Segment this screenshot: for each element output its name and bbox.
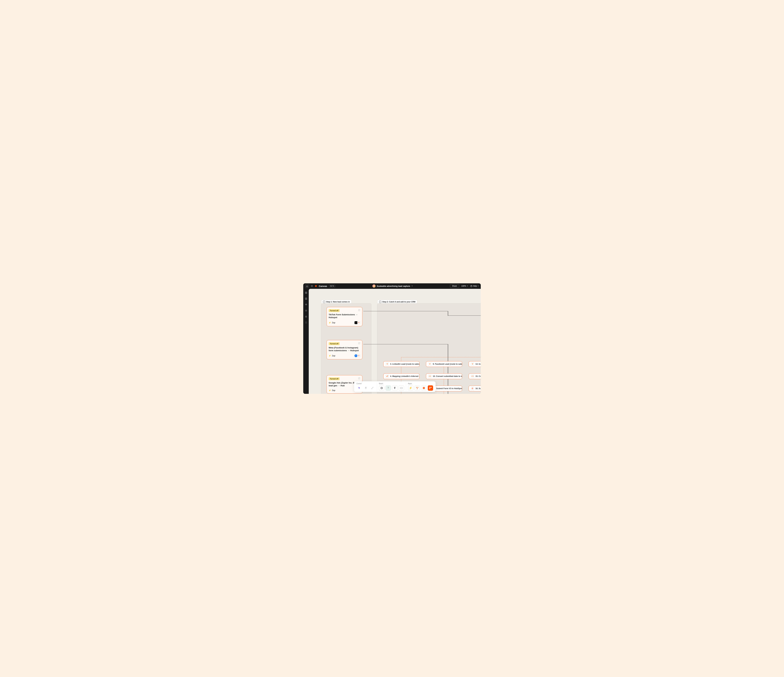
project-title: Scaleable advertising lead capture xyxy=(377,285,410,287)
share-button[interactable]: Share xyxy=(450,284,459,288)
app-icons: f ⚙ xyxy=(355,354,360,357)
status-badge: Turned off xyxy=(329,309,340,312)
canvas[interactable]: ·· Step 1: New lead comes in ·· Step 2: … xyxy=(309,289,481,394)
svg-point-2 xyxy=(312,285,313,286)
zapier-logo-icon: ✱ xyxy=(315,284,317,287)
svg-rect-11 xyxy=(305,292,307,293)
toolbar: Cursor Basic ? T xyxy=(354,381,436,392)
sparkle-icon[interactable] xyxy=(305,303,308,306)
svg-rect-12 xyxy=(306,292,306,293)
zap-app-button[interactable]: ⚡ xyxy=(408,385,413,391)
toolbar-label: Basic xyxy=(379,382,404,384)
zap-card-tiktok[interactable]: Turned off TikTok Form Submissions → Hub… xyxy=(327,307,362,326)
bolt-icon: ⚡ xyxy=(329,321,331,324)
svg-rect-30 xyxy=(423,388,424,388)
avatar xyxy=(372,284,375,287)
node-mapping-linkedin[interactable]: 4. Mapping LinkedIn's Inferred … xyxy=(383,373,420,379)
route-icon xyxy=(428,362,431,366)
shape-tool-button[interactable] xyxy=(379,385,384,391)
node-label: 14. Inst xyxy=(475,363,481,365)
path-app-button[interactable] xyxy=(415,385,420,391)
zap-card-meta[interactable]: Turned off Meta (Facebook & Instagram) f… xyxy=(327,340,362,359)
node-label: 3. LinkedIn Lead (route to sales) xyxy=(390,363,420,365)
svg-point-17 xyxy=(305,323,306,323)
header: ✱ Canvas BETA Scaleable advertising lead… xyxy=(303,283,481,289)
app-name: Canvas xyxy=(319,285,327,287)
chevron-down-icon: ▼ xyxy=(478,285,479,287)
apps-grid-icon[interactable] xyxy=(311,285,313,287)
home-button[interactable] xyxy=(305,284,309,288)
connector-tool-button[interactable] xyxy=(370,385,375,391)
tiktok-icon: ♪ xyxy=(355,321,357,324)
header-right: Share 100%▼ Help▼ xyxy=(450,284,479,288)
frame-icon[interactable] xyxy=(305,291,308,294)
help-label: Help xyxy=(473,285,477,287)
hand-tool-button[interactable] xyxy=(363,385,369,391)
open-icon[interactable] xyxy=(358,377,360,379)
step-icon: ·· xyxy=(379,301,381,303)
svg-rect-31 xyxy=(429,387,430,388)
node-facebook-lead[interactable]: 9. Facebook Lead (route to sales) xyxy=(426,361,462,367)
chevron-down-icon: ▼ xyxy=(467,285,468,287)
zoom-dropdown[interactable]: 100%▼ xyxy=(461,285,468,287)
help-shape-button[interactable]: ? xyxy=(386,385,391,391)
filter-icon xyxy=(386,374,389,378)
header-center[interactable]: Scaleable advertising lead capture ▼ xyxy=(337,284,448,287)
node-label: 16. Sub xyxy=(475,387,481,390)
svg-point-15 xyxy=(305,322,306,322)
table-app-button[interactable] xyxy=(421,385,426,391)
connector xyxy=(448,315,481,316)
node-convert-date[interactable]: 10. Convert submitted date to mi… xyxy=(426,373,462,379)
app-icons: ♪ ⚙ xyxy=(355,321,360,324)
svg-point-4 xyxy=(312,286,312,286)
node-16[interactable]: ⚙ 16. Sub xyxy=(469,386,481,391)
connector xyxy=(363,311,448,311)
header-left: ✱ Canvas BETA xyxy=(305,284,335,288)
svg-point-3 xyxy=(311,286,311,286)
node-14[interactable]: 14. Inst xyxy=(469,361,481,367)
svg-point-1 xyxy=(312,285,312,286)
status-badge: Turned off xyxy=(329,377,340,380)
svg-rect-28 xyxy=(417,388,418,389)
hubspot-icon: ⚙ xyxy=(357,321,360,324)
svg-point-6 xyxy=(311,286,311,287)
svg-point-19 xyxy=(387,376,388,376)
toolbar-label: Cursor xyxy=(356,382,375,384)
help-dropdown[interactable]: Help▼ xyxy=(470,285,479,287)
gear-icon[interactable] xyxy=(305,309,308,312)
zap-label: ⚡Zap xyxy=(329,355,335,357)
toolbar-row xyxy=(356,385,375,391)
body: ·· Step 1: New lead comes in ·· Step 2: … xyxy=(303,289,481,394)
route-icon xyxy=(471,362,474,366)
svg-point-13 xyxy=(306,310,306,311)
node-submit-hubspot[interactable]: Submit Form V3 in HubSpot xyxy=(434,386,462,391)
zap-text: Zap xyxy=(332,321,335,324)
node-15[interactable]: 15. Cor xyxy=(469,373,481,379)
svg-point-20 xyxy=(386,376,387,377)
app-frame: ✱ Canvas BETA Scaleable advertising lead… xyxy=(303,283,481,394)
code-icon xyxy=(428,374,431,378)
container-tool-button[interactable] xyxy=(399,385,404,391)
dots-icon[interactable] xyxy=(305,321,308,324)
code-icon xyxy=(471,374,474,378)
toolbar-label: Apps xyxy=(408,382,433,384)
bolt-icon: ⚡ xyxy=(329,355,331,357)
node-label: 4. Mapping LinkedIn's Inferred … xyxy=(390,375,420,377)
svg-rect-33 xyxy=(429,388,430,389)
svg-point-16 xyxy=(306,322,307,322)
node-label: 9. Facebook Lead (route to sales) xyxy=(433,363,462,365)
chevron-down-icon: ▼ xyxy=(411,285,413,287)
svg-point-5 xyxy=(312,286,313,286)
zapier-app-button[interactable] xyxy=(428,385,433,391)
cursor-pointer-button[interactable] xyxy=(356,385,362,391)
book-icon[interactable] xyxy=(305,297,308,300)
step-icon: ·· xyxy=(323,301,325,303)
beta-badge: BETA xyxy=(329,285,335,287)
bug-icon[interactable] xyxy=(305,315,308,318)
open-icon[interactable] xyxy=(358,342,360,344)
toolbar-group-cursor: Cursor xyxy=(355,382,377,391)
open-icon[interactable] xyxy=(358,309,360,311)
text-tool-button[interactable]: T xyxy=(392,385,398,391)
node-linkedin-lead[interactable]: 3. LinkedIn Lead (route to sales) xyxy=(383,361,420,367)
svg-rect-22 xyxy=(381,387,382,389)
